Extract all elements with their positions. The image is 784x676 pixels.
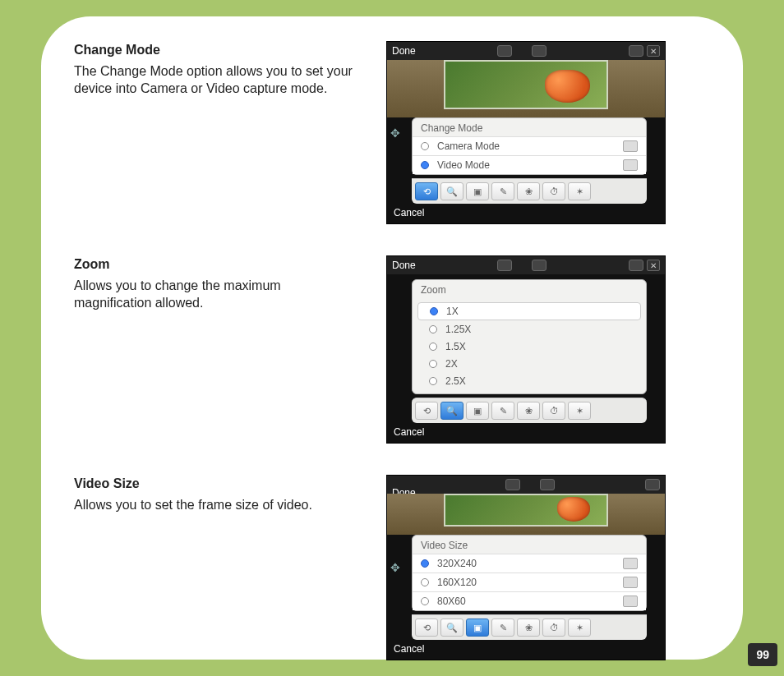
change-mode-panel: Change Mode Camera Mode Video Mode [412, 117, 647, 175]
section-zoom: Zoom Allows you to change the maximum ma… [74, 255, 710, 444]
tool-brightness-icon[interactable]: ✎ [491, 402, 514, 420]
preview-area: 66:49 [387, 60, 665, 117]
radio-icon [421, 559, 429, 568]
close-icon[interactable]: ✕ [647, 45, 660, 57]
cancel-label[interactable]: Cancel [394, 643, 424, 655]
screenshot-change-mode: Done ✕ 66:49 [386, 41, 666, 224]
topbar-right: ✕ [629, 260, 660, 271]
option-160x120[interactable]: 160X120 [413, 573, 646, 591]
video-size-text: Video Size Allows you to set the frame s… [74, 475, 362, 513]
zoom-text: Zoom Allows you to change the maximum ma… [74, 255, 362, 312]
tool-mode-icon[interactable]: ⟲ [415, 402, 438, 420]
tool-brightness-icon[interactable]: ✎ [491, 619, 514, 637]
signal-icon [629, 260, 643, 271]
done-label[interactable]: Done [392, 45, 416, 57]
video-size-shot-col: Done 46:37 [386, 475, 710, 660]
topbar-right [645, 479, 660, 490]
page-number: 99 [756, 648, 769, 661]
dpad-icon: ✥ [390, 126, 400, 140]
tool-settings-icon[interactable]: ✶ [568, 182, 591, 200]
option-label: 160X120 [437, 577, 477, 588]
option-label: 2.5X [445, 375, 466, 387]
tool-timer-icon[interactable]: ⏱ [542, 402, 565, 420]
tool-settings-icon[interactable]: ✶ [568, 402, 591, 420]
radio-icon [421, 142, 429, 150]
fruit-illustration [557, 497, 590, 522]
tool-settings-icon[interactable]: ✶ [568, 619, 591, 637]
change-mode-text: Change Mode The Change Mode option allow… [74, 41, 362, 98]
cancel-label[interactable]: Cancel [394, 207, 424, 218]
video-size-title: Video Size [74, 475, 362, 493]
option-320x240[interactable]: 320X240 [413, 554, 646, 573]
tool-zoom-icon[interactable]: 🔍 [440, 619, 463, 637]
shot3-bottombar: Cancel [387, 640, 665, 660]
tool-wb-icon[interactable]: ❀ [517, 402, 540, 420]
topbar-right: ✕ [629, 45, 660, 57]
radio-icon [429, 343, 437, 351]
dpad-icon: ✥ [390, 561, 400, 574]
preview-thumbnail [444, 60, 608, 109]
tool-wb-icon[interactable]: ❀ [517, 619, 540, 637]
topbar-icons [424, 479, 637, 490]
toolbar: ⟲ 🔍 ▣ ✎ ❀ ⏱ ✶ [412, 398, 647, 423]
section-video-size: Video Size Allows you to set the frame s… [74, 475, 710, 660]
page-number-badge: 99 [748, 643, 777, 666]
video-small-icon [623, 159, 638, 171]
zoom-title: Zoom [74, 255, 362, 274]
tool-brightness-icon[interactable]: ✎ [491, 182, 514, 200]
zoom-option-1-25x[interactable]: 1.25X [417, 321, 641, 338]
size-icon [623, 596, 638, 607]
shot1-topbar: Done ✕ [387, 42, 665, 60]
toolbar: ⟲ 🔍 ▣ ✎ ❀ ⏱ ✶ [412, 178, 647, 204]
manual-page-card: Change Mode The Change Mode option allow… [41, 16, 743, 660]
done-label[interactable]: Done [392, 260, 416, 271]
camera-small-icon [623, 140, 638, 152]
radio-icon [421, 578, 429, 586]
zoom-option-2x[interactable]: 2X [417, 356, 641, 372]
tool-zoom-icon[interactable]: 🔍 [440, 182, 463, 200]
option-label: 80X60 [437, 596, 466, 607]
shot2-bottombar: Cancel [387, 423, 665, 443]
option-label: 1X [446, 306, 459, 317]
tool-size-icon[interactable]: ▣ [466, 402, 489, 420]
size-icon [623, 577, 638, 588]
zoom-option-2-5x[interactable]: 2.5X [417, 373, 641, 389]
option-label: 320X240 [437, 558, 477, 569]
zoom-option-1-5x[interactable]: 1.5X [417, 338, 641, 355]
tool-mode-icon[interactable]: ⟲ [415, 619, 438, 637]
tool-wb-icon[interactable]: ❀ [517, 182, 540, 200]
video-icon [540, 479, 555, 490]
option-label: 1.25X [445, 324, 471, 335]
tool-mode-icon[interactable]: ⟲ [415, 182, 438, 200]
panel-title: Video Size [413, 536, 646, 554]
tool-size-icon[interactable]: ▣ [466, 182, 489, 200]
topbar-icons [424, 45, 620, 57]
preview-thumbnail [444, 494, 608, 527]
tool-zoom-icon[interactable]: 🔍 [440, 402, 463, 420]
video-icon [532, 45, 546, 57]
shot3-topbar: Done [387, 476, 665, 494]
zoom-option-1x[interactable]: 1X [417, 302, 641, 320]
radio-icon [430, 307, 438, 315]
option-label: 1.5X [445, 341, 466, 352]
cancel-label[interactable]: Cancel [394, 426, 424, 438]
zoom-options-list: 1X 1.25X 1.5X 2X 2.5X [413, 298, 646, 393]
option-video-mode[interactable]: Video Mode [413, 155, 646, 174]
change-mode-shot-col: Done ✕ 66:49 [386, 41, 710, 224]
option-camera-mode[interactable]: Camera Mode [413, 136, 646, 155]
option-label: 2X [445, 358, 458, 370]
tool-timer-icon[interactable]: ⏱ [542, 182, 565, 200]
option-label: Camera Mode [437, 140, 500, 152]
camera-icon [497, 260, 512, 271]
tool-timer-icon[interactable]: ⏱ [542, 619, 565, 637]
camera-icon [505, 479, 520, 490]
section-change-mode: Change Mode The Change Mode option allow… [74, 41, 710, 224]
option-80x60[interactable]: 80X60 [413, 591, 646, 610]
change-mode-desc: The Change Mode option allows you to set… [74, 62, 362, 98]
tool-size-icon[interactable]: ▣ [466, 619, 489, 637]
video-size-panel: Video Size 320X240 160X120 [412, 535, 647, 611]
signal-icon [629, 45, 643, 57]
screenshot-video-size: Done 46:37 [386, 475, 666, 660]
shot1-bottombar: Cancel [387, 204, 665, 223]
close-icon[interactable]: ✕ [647, 260, 660, 271]
